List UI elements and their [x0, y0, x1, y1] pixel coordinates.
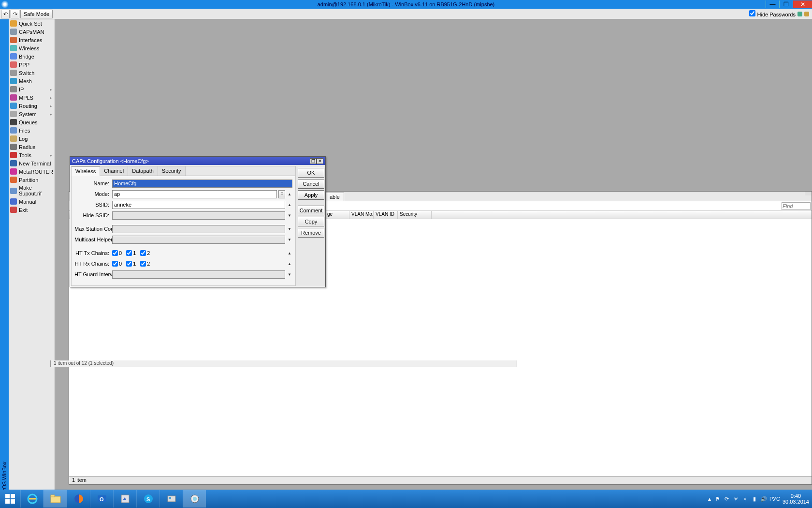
- sidebar-item-new-terminal[interactable]: New Terminal: [9, 159, 55, 167]
- taskbar-firefox-icon[interactable]: [67, 490, 90, 508]
- expand-icon[interactable]: ▼: [287, 213, 292, 218]
- cancel-button[interactable]: Cancel: [298, 179, 324, 189]
- comment-button[interactable]: Comment: [298, 206, 324, 215]
- column-header[interactable]: VLAN Mo...: [349, 211, 374, 219]
- scrollbar-stub[interactable]: [805, 192, 812, 195]
- sidebar-item-manual[interactable]: Manual: [9, 197, 55, 206]
- taskbar-app2-icon[interactable]: [160, 490, 183, 508]
- collapse-icon[interactable]: ▲: [287, 262, 292, 266]
- taskbar-explorer-icon[interactable]: [44, 490, 67, 508]
- menu-icon: [10, 86, 17, 92]
- sidebar-item-label: IP: [19, 87, 24, 92]
- mode-input[interactable]: [112, 190, 277, 198]
- expand-icon[interactable]: ▼: [287, 272, 292, 277]
- tray-overflow-icon[interactable]: ▲: [707, 496, 712, 502]
- workspace: able geVLAN Mo...VLAN IDSecurity 1 item …: [55, 19, 812, 508]
- sidebar-item-files[interactable]: Files: [9, 126, 55, 134]
- tray-wifi-icon[interactable]: ▮: [751, 495, 758, 502]
- htrx-0-check[interactable]: [112, 261, 118, 267]
- taskbar-app-icon[interactable]: [113, 490, 136, 508]
- find-input[interactable]: [782, 202, 811, 210]
- tab-channel[interactable]: Channel: [100, 166, 128, 176]
- dialog-close-button[interactable]: ✕: [317, 158, 323, 164]
- htrx-2-check[interactable]: [140, 261, 146, 267]
- dialog-titlebar[interactable]: CAPs Configuration <HomeCfg> ❐ ✕: [70, 157, 325, 165]
- tray-network-icon[interactable]: ✳: [733, 495, 740, 502]
- sidebar-item-ppp[interactable]: PPP: [9, 60, 55, 69]
- sidebar-item-exit[interactable]: Exit: [9, 206, 55, 214]
- sidebar-item-tools[interactable]: Tools▸: [9, 151, 55, 159]
- sidebar-item-label: Log: [19, 136, 28, 142]
- sidebar-item-metarouter[interactable]: MetaROUTER: [9, 167, 55, 176]
- apply-button[interactable]: Apply: [298, 190, 324, 200]
- ok-button[interactable]: OK: [298, 168, 324, 178]
- taskbar-winbox-icon[interactable]: [183, 490, 206, 508]
- collapse-icon[interactable]: ▲: [287, 203, 292, 207]
- hide-ssid-input[interactable]: [112, 211, 285, 220]
- ssid-input[interactable]: [112, 201, 285, 209]
- sidebar-item-radius[interactable]: Radius: [9, 143, 55, 151]
- collapse-icon[interactable]: ▲: [287, 251, 292, 255]
- start-button[interactable]: [0, 490, 20, 508]
- httx-1-check[interactable]: [126, 250, 132, 256]
- sidebar-item-queues[interactable]: Queues: [9, 118, 55, 126]
- tray-bt-icon[interactable]: ᚼ: [742, 495, 749, 502]
- httx-0-check[interactable]: [112, 250, 118, 256]
- menu-icon: [10, 111, 17, 117]
- tray-flag-icon[interactable]: ⚑: [714, 495, 721, 502]
- column-header[interactable]: Security: [398, 211, 432, 219]
- tab-datapath[interactable]: Datapath: [128, 166, 158, 176]
- copy-button[interactable]: Copy: [298, 217, 324, 226]
- sidebar-item-capsman[interactable]: CAPsMAN: [9, 28, 55, 36]
- sidebar-item-bridge[interactable]: Bridge: [9, 52, 55, 60]
- collapse-icon[interactable]: ▲: [287, 192, 292, 196]
- safe-mode-button[interactable]: Safe Mode: [20, 10, 53, 18]
- mcast-input[interactable]: [112, 236, 285, 244]
- bg-tab-fragment[interactable]: able: [325, 193, 344, 201]
- sidebar-item-mpls[interactable]: MPLS▸: [9, 93, 55, 102]
- tab-security[interactable]: Security: [158, 166, 186, 176]
- htrx-1-check[interactable]: [126, 261, 132, 267]
- tray-volume-icon[interactable]: 🔊: [760, 495, 767, 502]
- sidebar-item-ip[interactable]: IP▸: [9, 85, 55, 93]
- column-header[interactable]: VLAN ID: [374, 211, 398, 219]
- maximize-button[interactable]: ❐: [779, 0, 793, 8]
- sidebar-item-wireless[interactable]: Wireless: [9, 44, 55, 52]
- remove-button[interactable]: Remove: [298, 228, 324, 238]
- sidebar-item-system[interactable]: System▸: [9, 110, 55, 118]
- redo-button[interactable]: ↷: [11, 10, 19, 18]
- sidebar-item-quick-set[interactable]: Quick Set: [9, 19, 55, 28]
- tray-lang[interactable]: РУС: [769, 496, 780, 502]
- app-toolbar: ↶ ↷ Safe Mode Hide Passwords: [0, 9, 812, 19]
- expand-icon[interactable]: ▼: [287, 238, 292, 242]
- sidebar-item-mesh[interactable]: Mesh: [9, 77, 55, 85]
- maxsta-input[interactable]: [112, 225, 285, 233]
- bg-status-bar: 1 item: [69, 476, 812, 484]
- close-button[interactable]: ✕: [793, 0, 812, 8]
- sidebar-item-label: Partition: [19, 177, 38, 183]
- taskbar-ie-icon[interactable]: [20, 490, 44, 508]
- hide-passwords-check[interactable]: Hide Passwords: [749, 10, 796, 17]
- sidebar-item-log[interactable]: Log: [9, 134, 55, 143]
- vertical-tab[interactable]: RouterOS WinBox: [0, 19, 9, 508]
- svg-rect-6: [51, 495, 55, 497]
- expand-icon[interactable]: ▼: [287, 227, 292, 231]
- name-input[interactable]: [112, 179, 292, 188]
- sidebar-item-partition[interactable]: Partition: [9, 176, 55, 184]
- taskbar-outlook-icon[interactable]: O: [90, 490, 113, 508]
- mode-dropdown-button[interactable]: ∓: [278, 190, 285, 198]
- sidebar-item-interfaces[interactable]: Interfaces: [9, 36, 55, 44]
- column-header[interactable]: ge: [325, 211, 349, 219]
- htgi-input[interactable]: [112, 270, 285, 279]
- sidebar-item-switch[interactable]: Switch: [9, 69, 55, 77]
- tray-clock[interactable]: 0:40 30.03.2014: [783, 493, 809, 505]
- dialog-maximize-button[interactable]: ❐: [310, 158, 317, 164]
- tray-sync-icon[interactable]: ⟳: [724, 495, 730, 502]
- taskbar-skype-icon[interactable]: S: [136, 490, 160, 508]
- minimize-button[interactable]: —: [766, 0, 779, 8]
- tab-wireless[interactable]: Wireless: [72, 166, 100, 176]
- sidebar-item-routing[interactable]: Routing▸: [9, 102, 55, 110]
- httx-2-check[interactable]: [140, 250, 146, 256]
- undo-button[interactable]: ↶: [1, 10, 10, 18]
- sidebar-item-make-supout.rif[interactable]: Make Supout.rif: [9, 184, 55, 197]
